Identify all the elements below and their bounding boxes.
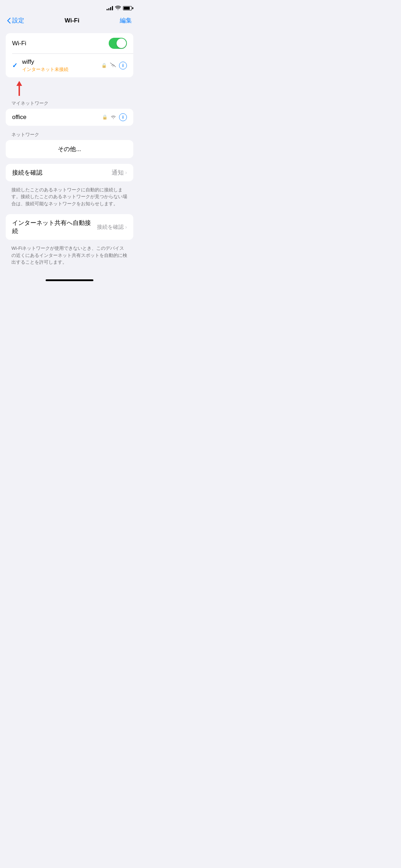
annotation-arrow bbox=[0, 80, 139, 97]
content: Wi-Fi ✓ wiffy インターネット未接続 🔒 bbox=[0, 30, 139, 274]
other-networks-row[interactable]: その他... bbox=[6, 140, 133, 158]
auto-hotspot-card: インターネット共有へ自動接続 接続を確認 › bbox=[6, 214, 133, 240]
other-networks-card: その他... bbox=[6, 140, 133, 158]
office-network-icons: 🔒 i bbox=[102, 113, 127, 121]
saved-networks-card: office 🔒 i bbox=[6, 109, 133, 126]
other-label: その他... bbox=[58, 145, 81, 153]
edit-button[interactable]: 編集 bbox=[120, 16, 132, 25]
office-network-info: office bbox=[12, 114, 98, 121]
wifi-toggle[interactable] bbox=[109, 38, 127, 49]
chevron-icon-hotspot: › bbox=[125, 224, 127, 230]
office-network-name: office bbox=[12, 114, 98, 121]
connection-confirm-section: 接続を確認 通知 › 接続したことのあるネットワークに自動的に接続します。接続し… bbox=[0, 164, 139, 212]
status-bar bbox=[0, 0, 139, 14]
page-title: Wi-Fi bbox=[65, 17, 79, 24]
home-bar bbox=[46, 279, 93, 281]
connected-network-row: ✓ wiffy インターネット未接続 🔒 i bbox=[6, 54, 133, 77]
auto-hotspot-description: Wi-Fiネットワークが使用できないとき、このデバイスの近くにあるインターネット… bbox=[0, 243, 139, 270]
back-label: 設定 bbox=[12, 16, 24, 25]
auto-hotspot-label: インターネット共有へ自動接続 bbox=[12, 219, 97, 235]
my-networks-label: マイネットワーク bbox=[0, 97, 139, 109]
network-name: wiffy bbox=[22, 58, 97, 66]
office-wifi-icon bbox=[110, 114, 116, 120]
wifi-weak-icon bbox=[110, 62, 116, 69]
office-network-row[interactable]: office 🔒 i bbox=[6, 109, 133, 126]
network-info: wiffy インターネット未接続 bbox=[22, 58, 97, 73]
info-button-office[interactable]: i bbox=[119, 113, 127, 121]
wifi-toggle-card: Wi-Fi ✓ wiffy インターネット未接続 🔒 bbox=[6, 33, 133, 77]
toggle-knob bbox=[117, 38, 126, 48]
wifi-toggle-label: Wi-Fi bbox=[12, 40, 26, 47]
network-icons: 🔒 i bbox=[101, 62, 127, 69]
auto-hotspot-section: インターネット共有へ自動接続 接続を確認 › Wi-Fiネットワークが使用できな… bbox=[0, 214, 139, 270]
auto-hotspot-row[interactable]: インターネット共有へ自動接続 接続を確認 › bbox=[6, 214, 133, 240]
signal-bars-icon bbox=[107, 6, 113, 10]
nav-bar: 設定 Wi-Fi 編集 bbox=[0, 14, 139, 30]
network-status: インターネット未接続 bbox=[22, 66, 97, 73]
connection-confirm-value: 通知 › bbox=[112, 169, 127, 177]
connection-confirm-description: 接続したことのあるネットワークに自動的に接続します。接続したことのあるネットワー… bbox=[0, 184, 139, 212]
wifi-toggle-row: Wi-Fi bbox=[6, 33, 133, 53]
back-button[interactable]: 設定 bbox=[7, 16, 24, 25]
checkmark-icon: ✓ bbox=[12, 62, 18, 69]
info-button-connected[interactable]: i bbox=[119, 62, 127, 69]
chevron-icon-confirm: › bbox=[125, 170, 127, 175]
networks-label: ネットワーク bbox=[0, 129, 139, 140]
connection-confirm-label: 接続を確認 bbox=[12, 169, 42, 177]
auto-hotspot-value: 接続を確認 › bbox=[97, 224, 127, 231]
battery-icon bbox=[123, 6, 132, 10]
lock-icon: 🔒 bbox=[101, 63, 107, 68]
connection-confirm-row[interactable]: 接続を確認 通知 › bbox=[6, 164, 133, 181]
wifi-status-icon bbox=[115, 5, 121, 11]
office-lock-icon: 🔒 bbox=[102, 114, 108, 120]
home-indicator bbox=[0, 274, 139, 284]
connection-confirm-card: 接続を確認 通知 › bbox=[6, 164, 133, 181]
red-arrow-icon bbox=[16, 81, 22, 96]
